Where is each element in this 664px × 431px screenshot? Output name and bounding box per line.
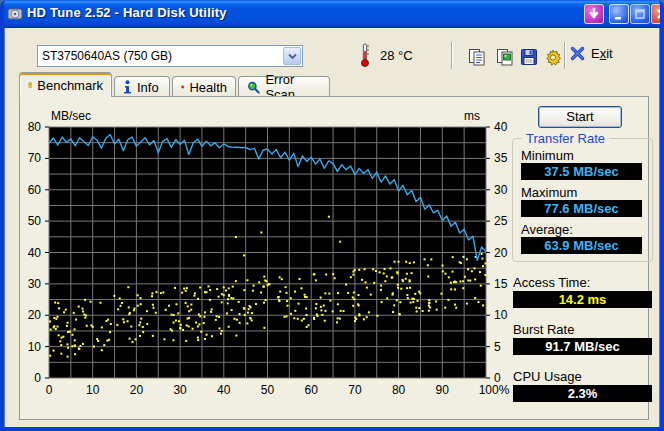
- svg-text:10: 10: [86, 383, 100, 397]
- svg-text:50: 50: [261, 383, 275, 397]
- error-scan-icon: [247, 80, 260, 95]
- tab-label: Health: [189, 80, 227, 95]
- save-icon: [520, 48, 538, 66]
- svg-text:ms: ms: [464, 109, 480, 123]
- window-title: HD Tune 2.52 - Hard Disk Utility: [27, 5, 227, 20]
- drive-select-dropdown-button[interactable]: [283, 47, 301, 65]
- temperature-readout: 28 °C: [360, 42, 413, 68]
- svg-text:15: 15: [494, 277, 508, 291]
- svg-text:20: 20: [130, 383, 144, 397]
- minimum-value: 37.5 MB/sec: [521, 163, 642, 180]
- svg-text:0: 0: [34, 371, 41, 385]
- average-label: Average:: [521, 222, 573, 237]
- maximize-button[interactable]: [630, 4, 650, 24]
- drive-select[interactable]: ST3750640AS (750 GB): [37, 45, 303, 67]
- toolbar-separator: [564, 42, 566, 69]
- svg-text:70: 70: [28, 151, 42, 165]
- hard-disk-icon: [7, 6, 23, 22]
- svg-text:10: 10: [494, 308, 508, 322]
- app-window: HD Tune 2.52 - Hard Disk Utility ST37506…: [0, 0, 664, 431]
- titlebar: HD Tune 2.52 - Hard Disk Utility: [0, 0, 664, 28]
- language-bar-button[interactable]: [584, 4, 604, 24]
- maximum-value: 77.6 MB/sec: [521, 200, 642, 217]
- burst-rate-label: Burst Rate: [513, 322, 574, 337]
- burst-rate-value: 91.7 MB/sec: [513, 338, 652, 355]
- svg-text:5: 5: [494, 340, 501, 354]
- svg-text:50: 50: [28, 214, 42, 228]
- close-button[interactable]: [651, 4, 664, 24]
- benchmark-chart: MB/secms01020304050607080051015202530354…: [19, 96, 525, 414]
- toolbar-separator: [451, 42, 453, 69]
- tab-info[interactable]: Info: [114, 76, 170, 97]
- svg-text:40: 40: [217, 383, 231, 397]
- copy-image-button[interactable]: [494, 46, 516, 68]
- down-arrow-icon: [588, 8, 600, 20]
- svg-text:40: 40: [28, 246, 42, 260]
- exit-button[interactable]: Exit: [570, 46, 613, 61]
- svg-text:40: 40: [494, 120, 508, 134]
- svg-text:60: 60: [28, 183, 42, 197]
- svg-text:90: 90: [436, 383, 450, 397]
- tab-label: Benchmark: [37, 78, 103, 93]
- svg-text:25: 25: [494, 214, 508, 228]
- tab-benchmark[interactable]: Benchmark: [19, 72, 112, 97]
- svg-text:20: 20: [28, 308, 42, 322]
- close-icon: [656, 8, 664, 20]
- chevron-down-icon: [288, 53, 297, 60]
- save-button[interactable]: [518, 46, 540, 68]
- tab-label: Info: [137, 80, 159, 95]
- exit-x-icon: [570, 46, 585, 61]
- svg-text:60: 60: [305, 383, 319, 397]
- thermometer-icon: [360, 42, 370, 68]
- svg-text:30: 30: [28, 277, 42, 291]
- svg-text:30: 30: [173, 383, 187, 397]
- svg-text:20: 20: [494, 246, 508, 260]
- tab-error-scan[interactable]: Error Scan: [238, 76, 330, 97]
- temperature-value: 28 °C: [380, 48, 413, 63]
- minimize-icon: [613, 8, 625, 20]
- maximize-icon: [634, 8, 646, 20]
- minimum-label: Minimum: [521, 148, 574, 163]
- start-button[interactable]: Start: [538, 106, 622, 128]
- copy-image-icon: [496, 48, 514, 66]
- svg-text:MB/sec: MB/sec: [51, 109, 91, 123]
- access-time-value: 14.2 ms: [513, 291, 652, 308]
- health-icon: [181, 80, 184, 94]
- drive-select-value: ST3750640AS (750 GB): [38, 49, 283, 63]
- access-time-label: Access Time:: [513, 275, 590, 290]
- average-value: 63.9 MB/sec: [521, 237, 642, 254]
- transfer-rate-group-title: Transfer Rate: [522, 131, 609, 146]
- minimize-button[interactable]: [609, 4, 629, 24]
- svg-text:35: 35: [494, 151, 508, 165]
- copy-text-button[interactable]: [466, 46, 488, 68]
- svg-text:30: 30: [494, 183, 508, 197]
- svg-text:70: 70: [348, 383, 362, 397]
- svg-text:0: 0: [46, 383, 53, 397]
- svg-text:100%: 100%: [479, 383, 510, 397]
- benchmark-icon: [28, 77, 32, 93]
- cpu-usage-value: 2.3%: [513, 385, 652, 402]
- copy-text-icon: [468, 48, 486, 66]
- cpu-usage-label: CPU Usage: [513, 369, 582, 384]
- options-button[interactable]: [542, 46, 564, 68]
- svg-text:10: 10: [28, 340, 42, 354]
- maximum-label: Maximum: [521, 185, 577, 200]
- svg-text:80: 80: [392, 383, 406, 397]
- info-icon: [123, 80, 132, 94]
- options-icon: [544, 48, 562, 66]
- exit-label: Exit: [591, 46, 613, 61]
- tab-health[interactable]: Health: [172, 76, 236, 97]
- svg-text:80: 80: [28, 120, 42, 134]
